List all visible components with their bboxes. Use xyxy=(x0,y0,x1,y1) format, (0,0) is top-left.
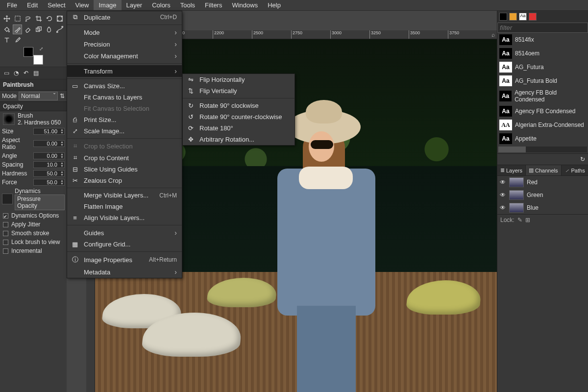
menu-item-zealous-crop[interactable]: ✂Zealous Crop xyxy=(67,175,182,186)
menu-item-mode[interactable]: Mode xyxy=(67,26,182,38)
font-item[interactable]: Aa8514fix xyxy=(497,33,588,47)
font-item[interactable]: Aa8514oem xyxy=(497,47,588,60)
checkbox-apply-jitter[interactable]: Apply Jitter xyxy=(0,220,67,229)
lasso-tool[interactable] xyxy=(23,14,33,24)
menu-filters[interactable]: Filters xyxy=(200,0,227,10)
font-item[interactable]: AaAppetite xyxy=(497,132,588,146)
menu-item-transform[interactable]: Transform xyxy=(67,65,182,77)
bucket-tool[interactable] xyxy=(2,24,12,34)
font-item[interactable]: AaAG_Futura Bold xyxy=(497,74,588,88)
menu-item-color-management[interactable]: Color Management xyxy=(67,50,182,62)
menu-item-print-size[interactable]: ⎙Print Size... xyxy=(67,114,182,125)
warp-tool[interactable] xyxy=(55,14,65,24)
menu-item-metadata[interactable]: Metadata xyxy=(67,266,182,278)
menu-layer[interactable]: Layer xyxy=(122,0,147,10)
menu-item-duplicate[interactable]: ⧉DuplicateCtrl+D xyxy=(67,11,182,23)
menu-item-image-properties[interactable]: ⓘImage PropertiesAlt+Return xyxy=(67,253,182,266)
menu-item-flip-horizontally[interactable]: ⇋Flip Horizontally xyxy=(183,74,294,85)
swap-colors-icon[interactable]: ⤢ xyxy=(39,46,43,51)
device-status-tab[interactable]: ◔ xyxy=(12,69,21,77)
tab-paths[interactable]: ⟋Paths xyxy=(562,165,588,175)
fg-color[interactable] xyxy=(24,47,33,57)
menu-item-align-visible-layers[interactable]: ≡Align Visible Layers... xyxy=(67,212,182,223)
menu-item-flatten-image[interactable]: Flatten Image xyxy=(67,201,182,212)
blend-mode-select[interactable]: Normal ˇ xyxy=(19,92,58,100)
tool-options-tab[interactable]: ▭ xyxy=(2,69,11,77)
menu-item-rotate-180[interactable]: ⟳Rotate 180° xyxy=(183,122,294,134)
checkbox-lock-brush-to-view[interactable]: Lock brush to view xyxy=(0,238,67,246)
mode-swap-icon[interactable]: ⇅ xyxy=(60,93,65,99)
slider-force[interactable]: Force 50.0 ▲▼ xyxy=(0,178,67,187)
menu-select[interactable]: Select xyxy=(43,0,70,10)
menu-item-canvas-size[interactable]: ▭Canvas Size... xyxy=(67,80,182,92)
slider-aspect-ratio[interactable]: Aspect Ratio 0.00 ▲▼ xyxy=(0,136,67,151)
font-item[interactable]: AAAlgerian Extra-Condensed xyxy=(497,118,588,132)
fonts-tab-icon[interactable]: Aa xyxy=(519,13,527,21)
font-filter-input[interactable] xyxy=(497,23,588,33)
slider-angle[interactable]: Angle 0.00 ▲▼ xyxy=(0,151,67,160)
font-item[interactable]: AaAG_Futura xyxy=(497,60,588,74)
text-tool[interactable] xyxy=(2,35,12,45)
menu-item-rotate-90-counter-clockwise[interactable]: ↺Rotate 90° counter-clockwise xyxy=(183,111,294,122)
menu-item-crop-to-content[interactable]: ⌗Crop to Content xyxy=(67,152,182,164)
slider-size[interactable]: Size 51.00 ▲▼ xyxy=(0,127,67,136)
channel-red[interactable]: 👁 Red xyxy=(497,176,588,189)
swatch-orange[interactable] xyxy=(509,13,517,21)
visibility-icon[interactable]: 👁 xyxy=(499,204,506,211)
dynamics-preview[interactable] xyxy=(2,194,13,204)
images-tab[interactable]: ▤ xyxy=(31,69,40,77)
dynamics-select[interactable]: Pressure Opacity xyxy=(15,195,65,210)
menu-colors[interactable]: Colors xyxy=(147,0,175,10)
font-item[interactable]: AaAgency FB Condensed xyxy=(497,104,588,118)
menu-tools[interactable]: Tools xyxy=(175,0,200,10)
brush-preview[interactable] xyxy=(3,113,15,125)
tab-layers[interactable]: ≣Layers xyxy=(497,165,526,175)
clone-tool[interactable] xyxy=(34,24,44,34)
spinner-arrows-icon[interactable]: ▲▼ xyxy=(60,179,64,185)
menu-item-guides[interactable]: Guides xyxy=(67,227,182,239)
spinner-arrows-icon[interactable]: ▲▼ xyxy=(60,162,64,168)
color-picker-tool[interactable] xyxy=(13,35,23,45)
menu-item-rotate-90-clockwise[interactable]: ↻Rotate 90° clockwise xyxy=(183,100,294,111)
dynamics-options-expander[interactable]: Dynamics Options xyxy=(0,211,67,220)
undo-history-tab[interactable]: ↶ xyxy=(22,69,30,77)
menu-item-scale-image[interactable]: ⤢Scale Image... xyxy=(67,125,182,137)
move-tool[interactable] xyxy=(2,14,12,24)
checkbox-smooth-stroke[interactable]: Smooth stroke xyxy=(0,229,67,238)
menu-edit[interactable]: Edit xyxy=(22,0,43,10)
spinner-arrows-icon[interactable]: ▲▼ xyxy=(60,171,64,176)
menu-item-precision[interactable]: Precision xyxy=(67,38,182,50)
font-scrollbar[interactable] xyxy=(498,147,587,152)
menu-help[interactable]: Help xyxy=(263,0,286,10)
rotate-tool[interactable] xyxy=(45,14,54,24)
menu-item-configure-grid[interactable]: ▦Configure Grid... xyxy=(67,239,182,250)
menu-item-fit-canvas-to-layers[interactable]: Fit Canvas to Layers xyxy=(67,92,182,103)
bg-color[interactable] xyxy=(33,55,43,65)
spinner-arrows-icon[interactable]: ▲▼ xyxy=(60,141,64,147)
visibility-icon[interactable]: 👁 xyxy=(499,192,506,198)
menu-item-arbitrary-rotation[interactable]: ✥Arbitrary Rotation... xyxy=(183,134,294,145)
lock-brush-icon[interactable]: ✎ xyxy=(517,217,522,223)
tab-channels[interactable]: ▥Channels xyxy=(526,165,561,175)
menu-file[interactable]: File xyxy=(2,0,22,10)
visibility-icon[interactable]: 👁 xyxy=(499,179,506,186)
menu-image[interactable]: Image xyxy=(94,0,121,10)
smudge-tool[interactable] xyxy=(45,24,54,34)
refresh-icon[interactable]: ↻ xyxy=(580,156,585,163)
eraser-tool[interactable] xyxy=(23,24,33,34)
rect-select-tool[interactable] xyxy=(13,14,23,24)
menu-item-flip-vertically[interactable]: ⇅Flip Vertically xyxy=(183,85,294,97)
spinner-arrows-icon[interactable]: ▲▼ xyxy=(60,128,64,134)
navigate-icon[interactable]: ⌕ xyxy=(491,31,495,38)
channel-blue[interactable]: 👁 Blue xyxy=(497,201,588,214)
channel-green[interactable]: 👁 Green xyxy=(497,189,588,201)
path-tool[interactable] xyxy=(55,24,65,34)
document-tab-icon[interactable] xyxy=(529,13,537,21)
font-item[interactable]: AaAgency FB Bold Condensed xyxy=(497,88,588,104)
fg-bg-swatch[interactable]: ⤢ xyxy=(24,47,43,65)
slider-hardness[interactable]: Hardness 50.0 ▲▼ xyxy=(0,169,67,178)
checkbox-incremental[interactable]: Incremental xyxy=(0,246,67,255)
menu-view[interactable]: View xyxy=(71,0,94,10)
crop-tool[interactable] xyxy=(34,14,44,24)
slider-spacing[interactable]: Spacing 10.0 ▲▼ xyxy=(0,160,67,169)
